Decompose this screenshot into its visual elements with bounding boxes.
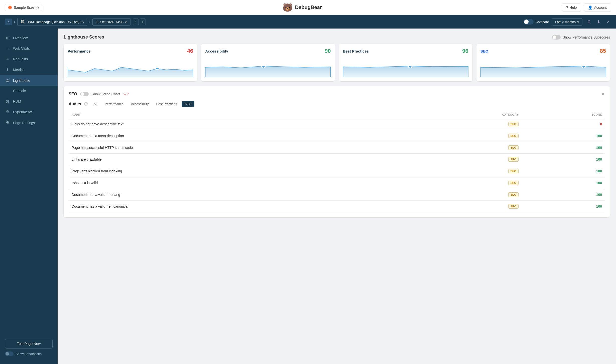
page-settings-icon: ⚙ bbox=[5, 120, 10, 125]
nav-arrows: ‹ › bbox=[133, 19, 146, 25]
score-card-performance: Performance 46 bbox=[64, 44, 197, 81]
home-button[interactable]: ⌂ bbox=[5, 19, 12, 25]
audit-category: SEO bbox=[408, 201, 522, 212]
audit-category: SEO bbox=[408, 142, 522, 154]
filter-tab-seo[interactable]: SEO bbox=[182, 101, 194, 107]
site-selector[interactable]: Sample Sites ◇ bbox=[5, 4, 42, 11]
audit-category: SEO bbox=[408, 118, 522, 130]
score-chart bbox=[205, 57, 331, 77]
download-icon[interactable]: ⬇ bbox=[595, 18, 602, 26]
sidebar-label-requests: Requests bbox=[13, 57, 28, 61]
category-badge: SEO bbox=[508, 192, 519, 197]
subscores-toggle[interactable] bbox=[552, 35, 561, 40]
sidebar-item-experiments[interactable]: ⚗ Experiments bbox=[0, 107, 58, 117]
seo-title: SEO bbox=[69, 92, 77, 96]
sidebar: ⊞ Overview ≈ Web Vitals ≡ Requests ⌇ Met… bbox=[0, 29, 58, 364]
help-button[interactable]: ? Help bbox=[562, 3, 581, 12]
sidebar-label-rum: RUM bbox=[13, 99, 21, 103]
sidebar-item-metrics[interactable]: ⌇ Metrics bbox=[0, 64, 58, 75]
compare-toggle-wrap: Compare bbox=[524, 19, 549, 25]
category-badge: SEO bbox=[508, 122, 519, 126]
close-button[interactable]: ✕ bbox=[601, 91, 605, 97]
table-row: Document has a valid `hreflang` SEO 100 bbox=[69, 189, 605, 201]
score-chart bbox=[68, 57, 193, 77]
period-selector[interactable]: Last 3 months ◇ bbox=[552, 18, 582, 26]
score-card-accessibility: Accessibility 90 bbox=[201, 44, 335, 81]
top-nav-right: ? Help 👤 Account bbox=[562, 3, 611, 12]
site-name: Sample Sites bbox=[14, 6, 34, 10]
category-col-header: CATEGORY bbox=[408, 111, 522, 118]
compare-label: Compare bbox=[536, 20, 549, 24]
audit-score: 100 bbox=[522, 142, 605, 154]
seo-toggle-wrap: Show Large Chart bbox=[92, 92, 120, 96]
metrics-icon: ⌇ bbox=[5, 67, 10, 72]
audit-category: SEO bbox=[408, 189, 522, 201]
chevron-down-icon: ◇ bbox=[36, 6, 39, 10]
score-card-value: 46 bbox=[187, 48, 193, 54]
audit-label: robots.txt is valid bbox=[69, 177, 408, 189]
audit-category: SEO bbox=[408, 154, 522, 165]
audit-score: 100 bbox=[522, 165, 605, 177]
filter-tab-best-practices[interactable]: Best Practices bbox=[153, 101, 180, 107]
top-nav-left: Sample Sites ◇ bbox=[5, 4, 42, 11]
sidebar-item-page-settings[interactable]: ⚙ Page Settings bbox=[0, 117, 58, 128]
share-icon[interactable]: ↗ bbox=[605, 18, 611, 26]
sidebar-item-console[interactable]: Console bbox=[0, 86, 58, 96]
sub-navbar: ⌂ › 🖼 H&M Homepage (Desktop, US East) ◇ … bbox=[0, 15, 616, 29]
audit-label: Document has a valid `rel=canonical` bbox=[69, 201, 408, 212]
table-row: Document has a meta description SEO 100 bbox=[69, 130, 605, 142]
seo-header: SEO Show Large Chart ↘ 7 ✕ bbox=[69, 91, 605, 97]
sidebar-label-page-settings: Page Settings bbox=[13, 121, 35, 125]
annotations-toggle[interactable] bbox=[5, 351, 14, 356]
prev-arrow[interactable]: ‹ bbox=[133, 19, 139, 25]
date-selector[interactable]: 18 Oct 2024, 14:33 ◇ bbox=[92, 18, 131, 26]
bear-icon: 🐻 bbox=[283, 3, 293, 12]
account-button[interactable]: 👤 Account bbox=[584, 3, 611, 12]
audit-label: Page has successful HTTP status code bbox=[69, 142, 408, 154]
breadcrumb-sep: › bbox=[14, 20, 15, 24]
next-arrow[interactable]: › bbox=[140, 19, 146, 25]
score-value: 100 bbox=[596, 169, 602, 173]
show-large-chart-label: Show Large Chart bbox=[92, 92, 120, 96]
chevron-down-icon: ◇ bbox=[577, 20, 579, 24]
score-chart bbox=[343, 57, 468, 77]
table-row: Page isn't blocked from indexing SEO 100 bbox=[69, 165, 605, 177]
show-subscores-wrap: Show Performance Subscores bbox=[552, 35, 610, 40]
main-content: Lighthouse Scores Show Performance Subsc… bbox=[58, 29, 616, 364]
test-page-now-button[interactable]: Test Page Now bbox=[5, 339, 53, 348]
toggle-gray-knob bbox=[553, 36, 556, 39]
annotations-label: Show Annotations bbox=[16, 352, 42, 356]
score-value: 100 bbox=[596, 181, 602, 185]
seo-chart-toggle[interactable] bbox=[80, 92, 89, 96]
filter-tab-performance[interactable]: Performance bbox=[102, 101, 126, 107]
audit-score: 100 bbox=[522, 130, 605, 142]
period-label: Last 3 months bbox=[555, 20, 576, 24]
score-card-label[interactable]: SEO bbox=[480, 49, 488, 53]
page-selector[interactable]: 🖼 H&M Homepage (Desktop, US East) ◇ bbox=[17, 18, 87, 26]
sidebar-item-web-vitals[interactable]: ≈ Web Vitals bbox=[0, 43, 58, 54]
category-badge: SEO bbox=[508, 134, 519, 138]
chevron-down-icon: ◇ bbox=[125, 20, 128, 24]
toggle-knob bbox=[524, 20, 529, 24]
sidebar-item-requests[interactable]: ≡ Requests bbox=[0, 54, 58, 64]
sidebar-item-lighthouse[interactable]: ◎ Lighthouse bbox=[0, 75, 58, 86]
table-row: Document has a valid `rel=canonical` SEO… bbox=[69, 201, 605, 212]
audit-score: 100 bbox=[522, 177, 605, 189]
top-navbar: Sample Sites ◇ 🐻 DebugBear ? Help 👤 Acco… bbox=[0, 0, 616, 15]
compare-toggle[interactable] bbox=[524, 19, 534, 25]
help-circle-icon[interactable]: ⓘ bbox=[84, 102, 88, 106]
sidebar-item-rum[interactable]: ◷ RUM bbox=[0, 96, 58, 107]
main-layout: ⊞ Overview ≈ Web Vitals ≡ Requests ⌇ Met… bbox=[0, 29, 616, 364]
audits-header: Audits ⓘ AllPerformanceAccessibilityBest… bbox=[69, 101, 605, 107]
filter-tab-accessibility[interactable]: Accessibility bbox=[128, 101, 152, 107]
audit-label: Links do not have descriptive text bbox=[69, 118, 408, 130]
score-chart bbox=[480, 57, 606, 77]
trash-icon[interactable]: 🗑 bbox=[585, 18, 592, 26]
sidebar-item-overview[interactable]: ⊞ Overview bbox=[0, 33, 58, 43]
scores-header: Lighthouse Scores Show Performance Subsc… bbox=[64, 35, 610, 40]
category-badge: SEO bbox=[508, 145, 519, 150]
filter-tab-all[interactable]: All bbox=[91, 101, 100, 107]
chart-area bbox=[205, 57, 331, 77]
audit-score: 0 bbox=[522, 118, 605, 130]
date-value: 18 Oct 2024, 14:33 bbox=[96, 20, 124, 24]
